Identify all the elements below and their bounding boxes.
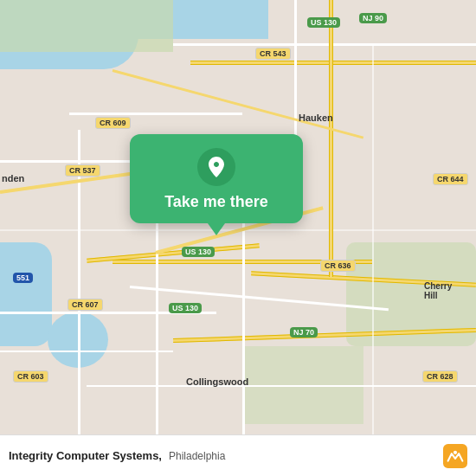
popup-card[interactable]: Take me there [130, 134, 303, 223]
shield-cr609: CR 609 [95, 117, 131, 129]
road-h6 [0, 351, 173, 352]
map-container: NJ 90 US 130 CR 543 CR 609 CR 537 US 130… [0, 0, 476, 476]
city-label-nden: nden [2, 173, 24, 183]
shield-us130-bot: US 130 [169, 303, 202, 313]
shield-cr607: CR 607 [68, 299, 103, 311]
road-v4 [372, 43, 374, 476]
shield-551: 551 [13, 273, 33, 283]
map-background [0, 0, 476, 476]
city-label-collingswood: Collingswood [186, 376, 248, 387]
city-label-hauken: Hauken [299, 113, 333, 123]
road-h1 [173, 43, 476, 46]
location-pin-icon [197, 148, 235, 186]
shield-cr543: CR 543 [255, 48, 291, 60]
shield-cr628: CR 628 [422, 370, 458, 383]
shield-us130-mid: US 130 [182, 247, 215, 257]
shield-nj90: NJ 90 [359, 13, 387, 23]
shield-nj70: NJ 70 [290, 327, 318, 338]
shield-cr636: CR 636 [320, 260, 356, 272]
app-name: Integrity Computer Systems, [9, 449, 162, 462]
shield-us130-top: US 130 [307, 17, 340, 28]
moovit-logo [443, 444, 467, 468]
water-river-left [0, 242, 52, 346]
svg-point-2 [453, 450, 457, 453]
road-h2 [69, 113, 242, 115]
bottom-bar: © OpenStreetMap contributors Integrity C… [0, 434, 476, 476]
road-h7 [87, 385, 476, 387]
shield-cr644: CR 644 [433, 173, 468, 185]
popup-tail [208, 223, 225, 235]
road-h-us130-top [190, 61, 476, 65]
shield-cr537: CR 537 [65, 164, 100, 177]
shield-cr603: CR 603 [13, 370, 48, 383]
road-v-us130-v [329, 0, 333, 277]
moovit-icon [443, 444, 467, 468]
green-top [0, 0, 173, 52]
city-label-cherry-hill: CherryHill [424, 281, 452, 300]
app-location: Philadelphia [169, 450, 225, 462]
app-info: © OpenStreetMap contributors Integrity C… [9, 449, 225, 462]
popup-label: Take me there [164, 193, 268, 211]
svg-rect-1 [443, 444, 467, 468]
